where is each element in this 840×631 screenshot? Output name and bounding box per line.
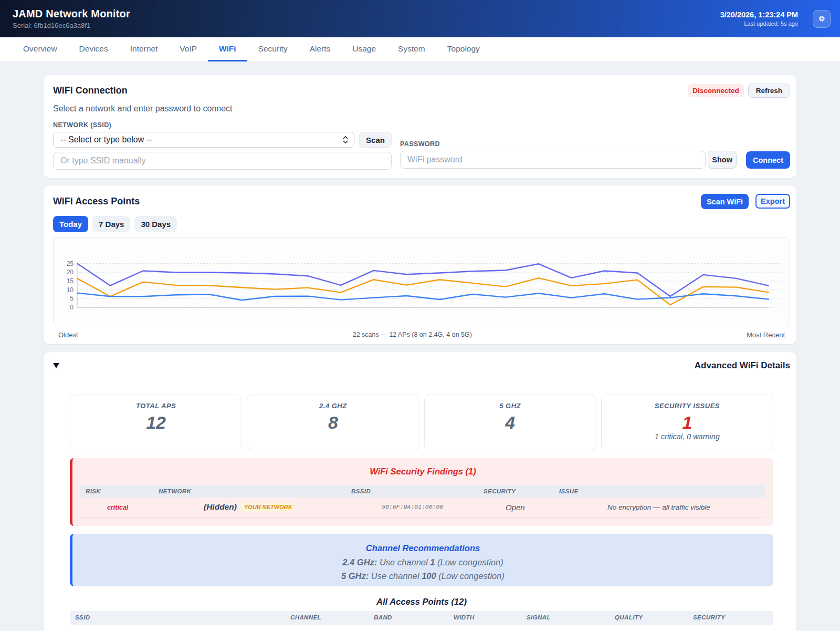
svg-text:15: 15 [67,277,74,285]
svg-text:5: 5 [70,295,74,302]
svg-text:0: 0 [70,304,74,311]
svg-text:20: 20 [67,268,74,276]
svg-text:10: 10 [67,286,74,294]
svg-text:25: 25 [67,260,74,267]
